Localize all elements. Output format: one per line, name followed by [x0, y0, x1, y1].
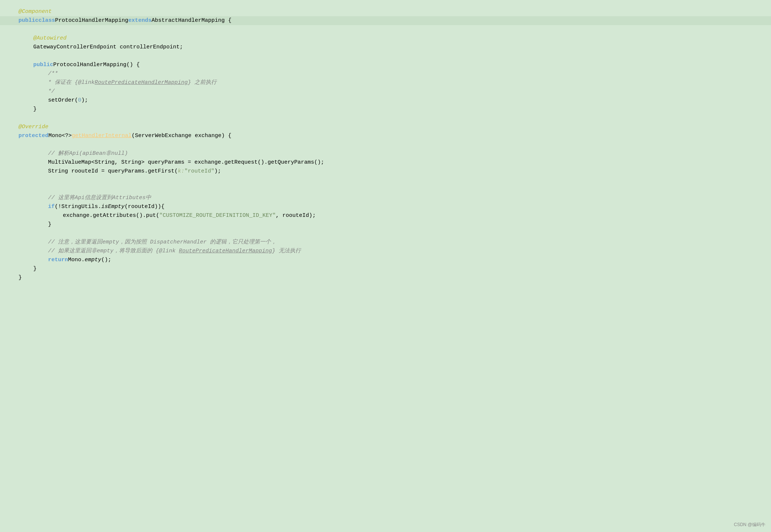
- annotation-override: @Override: [18, 123, 48, 132]
- comment-start: /**: [48, 69, 58, 78]
- kw-public: public: [18, 16, 38, 25]
- code-line: return Mono. empty ();: [18, 256, 764, 265]
- code-line-blank: [18, 140, 764, 149]
- code-line: */: [18, 87, 764, 96]
- string-routeId: "routeId": [184, 167, 214, 176]
- code-line: // 这里将Api信息设置到Attributes中: [18, 194, 764, 202]
- param-hint-k: k:: [178, 167, 184, 176]
- code-line: /**: [18, 69, 764, 78]
- code-line: @Component: [18, 7, 764, 16]
- watermark: CSDN @编码牛: [734, 521, 765, 528]
- code-block: @Component public class ProtocolHandlerM…: [0, 4, 771, 290]
- code-line: }: [18, 105, 764, 114]
- code-line-blank: [18, 114, 764, 123]
- code-line-blank: [18, 229, 764, 238]
- code-line: * 保证在 {@link RoutePredicateHandlerMappin…: [18, 78, 764, 87]
- comment-end: */: [48, 87, 55, 96]
- method-isEmpty: isEmpty: [101, 202, 125, 211]
- annotation-autowired: @Autowired: [33, 34, 67, 43]
- code-line-blank: [18, 176, 764, 185]
- method-empty: empty: [85, 256, 101, 265]
- code-line-blank: [18, 185, 764, 194]
- code-line: @Override: [18, 123, 764, 132]
- code-line: }: [18, 265, 764, 273]
- code-line: exchange.getAttributes().put( "CUSTOMIZE…: [18, 211, 764, 220]
- code-line: @Autowired: [18, 34, 764, 43]
- code-line: // 注意，这里要返回empty，因为按照 DispatcherHandler …: [18, 238, 764, 247]
- code-line-class: public class ProtocolHandlerMapping exte…: [0, 16, 771, 25]
- comment-notice1: // 注意，这里要返回empty，因为按照 DispatcherHandler …: [48, 238, 276, 247]
- code-line: // 如果这里返回非empty，将导致后面的 { @link RoutePred…: [18, 247, 764, 256]
- code-line: GatewayControllerEndpoint controllerEndp…: [18, 43, 764, 52]
- kw-public2: public: [33, 61, 53, 69]
- kw-protected: protected: [18, 132, 48, 140]
- code-line: setOrder(0);: [18, 96, 764, 105]
- kw-class: class: [38, 16, 55, 25]
- method-getHandlerInternal: getHandlerInternal: [72, 132, 132, 140]
- code-line-blank: [18, 52, 764, 61]
- comment-notice2: // 如果这里返回非empty，将导致后面的 {: [48, 247, 159, 256]
- string-customize-key: "CUSTOMIZE_ROUTE_DEFINITION_ID_KEY": [159, 211, 276, 220]
- code-line-outer-close: }: [18, 273, 764, 282]
- code-container: @Component public class ProtocolHandlerM…: [0, 0, 771, 532]
- code-line-blank: [18, 25, 764, 34]
- code-line: if (!StringUtils. isEmpty (roouteId)){: [18, 202, 764, 211]
- comment-api: // 解析Api(apiBean非null): [48, 149, 128, 158]
- code-line: // 解析Api(apiBean非null): [18, 149, 764, 158]
- code-line: public ProtocolHandlerMapping() {: [18, 61, 764, 69]
- kw-extends: extends: [128, 16, 152, 25]
- kw-return: return: [48, 256, 68, 265]
- code-line: }: [18, 220, 764, 229]
- comment-attributes: // 这里将Api信息设置到Attributes中: [48, 194, 151, 202]
- code-line-protected: protected Mono<?> getHandlerInternal (Se…: [18, 132, 764, 140]
- code-line: MultiValueMap<String, String> queryParam…: [18, 158, 764, 167]
- annotation-component: @Component: [18, 7, 52, 16]
- kw-if: if: [48, 202, 55, 211]
- code-line: String roouteId = queryParams.getFirst( …: [18, 167, 764, 176]
